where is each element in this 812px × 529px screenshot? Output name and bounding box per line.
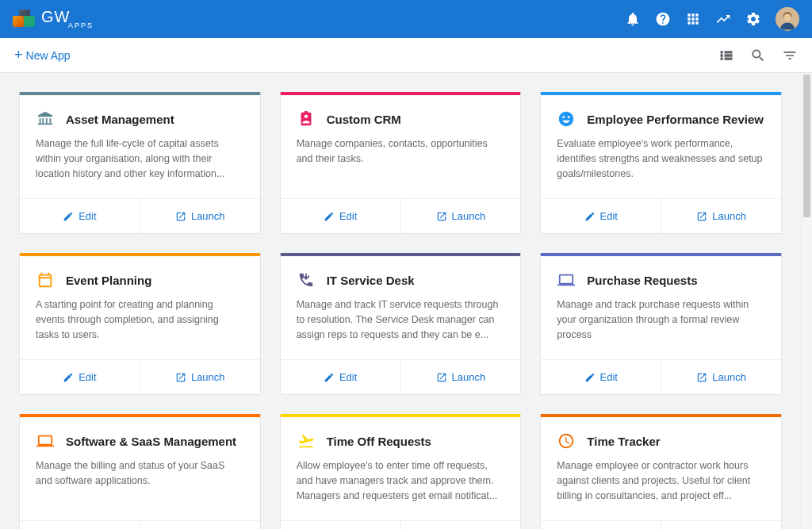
card-title: Custom CRM bbox=[327, 113, 401, 126]
app-card: Event Planning A starting point for crea… bbox=[19, 253, 261, 395]
card-description: Manage and track IT service requests thr… bbox=[297, 297, 505, 342]
launch-label: Launch bbox=[712, 371, 746, 383]
card-title: Employee Performance Review bbox=[587, 113, 764, 126]
card-description: Manage employee or contractor work hours… bbox=[557, 458, 765, 503]
subbar: + New App bbox=[0, 38, 812, 73]
edit-label: Edit bbox=[600, 210, 618, 222]
app-card: Software & SaaS Management Manage the bi… bbox=[19, 414, 261, 529]
edit-label: Edit bbox=[339, 210, 357, 222]
launch-button[interactable]: Launch bbox=[400, 360, 521, 394]
launch-button[interactable]: Launch bbox=[140, 199, 260, 233]
trending-icon[interactable] bbox=[715, 11, 731, 27]
scrollbar[interactable] bbox=[801, 73, 812, 529]
logo-icon bbox=[13, 8, 35, 30]
app-grid: Asset Management Manage the full life-cy… bbox=[19, 92, 782, 529]
edit-button[interactable]: Edit bbox=[20, 521, 140, 529]
card-title: Time Off Requests bbox=[327, 435, 431, 448]
calendar-icon bbox=[36, 270, 55, 289]
content-area: Asset Management Manage the full life-cy… bbox=[0, 73, 801, 529]
edit-button[interactable]: Edit bbox=[281, 360, 400, 394]
launch-button[interactable]: Launch bbox=[140, 521, 260, 529]
edit-button[interactable]: Edit bbox=[20, 199, 140, 233]
help-icon[interactable] bbox=[655, 11, 671, 27]
app-card: Asset Management Manage the full life-cy… bbox=[19, 92, 261, 234]
gear-icon[interactable] bbox=[745, 11, 761, 27]
launch-button[interactable]: Launch bbox=[400, 199, 521, 233]
launch-button[interactable]: Launch bbox=[661, 521, 781, 529]
new-app-label: New App bbox=[26, 49, 71, 62]
edit-label: Edit bbox=[600, 371, 618, 383]
edit-button[interactable]: Edit bbox=[541, 199, 661, 233]
app-card: Purchase Requests Manage and track purch… bbox=[540, 253, 782, 395]
launch-button[interactable]: Launch bbox=[661, 199, 781, 233]
card-description: Evaluate employee's work performance, id… bbox=[557, 136, 765, 181]
plane-icon bbox=[297, 431, 316, 450]
app-card: Employee Performance Review Evaluate emp… bbox=[540, 92, 782, 234]
edit-button[interactable]: Edit bbox=[541, 360, 661, 394]
edit-button[interactable]: Edit bbox=[281, 199, 400, 233]
launch-label: Launch bbox=[712, 210, 746, 222]
card-title: IT Service Desk bbox=[327, 274, 415, 287]
launch-label: Launch bbox=[452, 210, 486, 222]
subbar-actions bbox=[718, 48, 798, 63]
card-description: Manage the billing and status of your Sa… bbox=[36, 458, 244, 489]
clock-icon bbox=[557, 431, 576, 450]
launch-button[interactable]: Launch bbox=[140, 360, 260, 394]
apps-grid-icon[interactable] bbox=[685, 11, 701, 27]
card-title: Time Tracker bbox=[587, 435, 660, 448]
svg-point-2 bbox=[784, 13, 791, 21]
edit-button[interactable]: Edit bbox=[281, 521, 400, 529]
topbar: GWAPPS bbox=[0, 0, 812, 38]
launch-label: Launch bbox=[191, 371, 225, 383]
card-description: A starting point for creating and planni… bbox=[36, 297, 244, 342]
filter-icon[interactable] bbox=[782, 48, 798, 63]
card-title: Software & SaaS Management bbox=[66, 435, 236, 448]
card-title: Asset Management bbox=[66, 113, 174, 126]
plus-icon: + bbox=[14, 47, 23, 63]
edit-label: Edit bbox=[79, 210, 96, 222]
avatar[interactable] bbox=[776, 7, 799, 31]
launch-label: Launch bbox=[191, 210, 225, 222]
search-icon[interactable] bbox=[750, 48, 766, 63]
scroll-thumb[interactable] bbox=[803, 75, 810, 217]
card-title: Event Planning bbox=[66, 274, 151, 287]
topbar-actions bbox=[625, 7, 799, 31]
bank-icon bbox=[36, 109, 55, 128]
edit-button[interactable]: Edit bbox=[20, 360, 140, 394]
app-card: Time Tracker Manage employee or contract… bbox=[540, 414, 782, 529]
brand-text: GWAPPS bbox=[41, 10, 94, 29]
edit-label: Edit bbox=[79, 371, 96, 383]
app-card: Time Off Requests Allow employee's to en… bbox=[280, 414, 522, 529]
edit-button[interactable]: Edit bbox=[541, 521, 661, 529]
smile-icon bbox=[557, 109, 576, 128]
launch-button[interactable]: Launch bbox=[661, 360, 781, 394]
brand-logo[interactable]: GWAPPS bbox=[13, 8, 94, 30]
card-description: Manage companies, contacts, opportunitie… bbox=[297, 136, 505, 167]
phone-icon bbox=[297, 270, 316, 289]
id-badge-icon bbox=[297, 109, 316, 128]
app-card: IT Service Desk Manage and track IT serv… bbox=[280, 253, 522, 395]
bell-icon[interactable] bbox=[625, 11, 641, 27]
card-description: Allow employee's to enter time off reque… bbox=[297, 458, 505, 503]
edit-label: Edit bbox=[339, 371, 357, 383]
new-app-button[interactable]: + New App bbox=[14, 47, 71, 63]
card-description: Manage the full life-cycle of capital as… bbox=[36, 136, 244, 181]
card-title: Purchase Requests bbox=[587, 274, 697, 287]
list-view-icon[interactable] bbox=[718, 48, 734, 63]
laptop-icon bbox=[557, 270, 576, 289]
laptop-icon bbox=[36, 431, 55, 450]
app-card: Custom CRM Manage companies, contacts, o… bbox=[280, 92, 522, 234]
launch-label: Launch bbox=[452, 371, 486, 383]
card-description: Manage and track purchase requests withi… bbox=[557, 297, 765, 342]
launch-button[interactable]: Launch bbox=[400, 521, 521, 529]
